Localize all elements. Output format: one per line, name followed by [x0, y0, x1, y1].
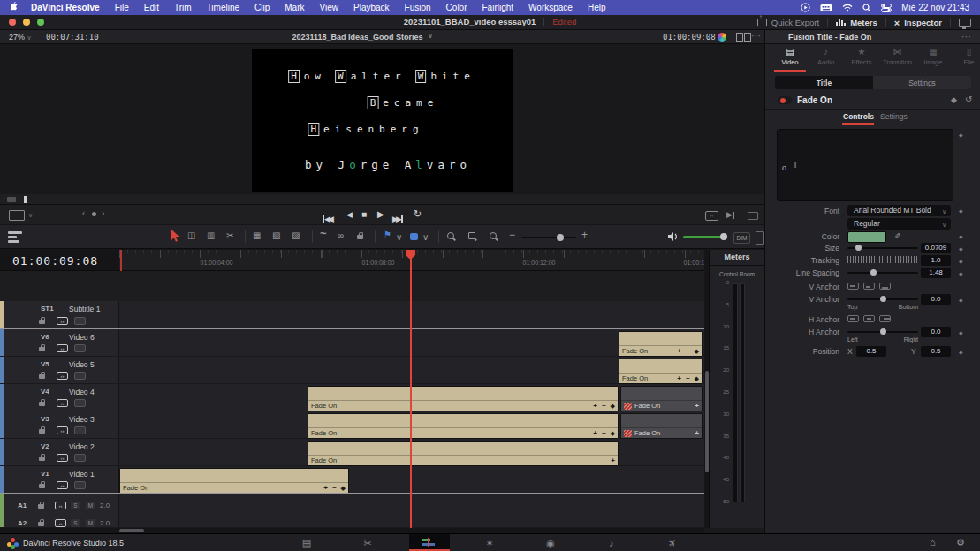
keyframe-icon[interactable]: ◆ [611, 429, 615, 438]
stop-button[interactable]: ■ [361, 209, 367, 219]
overwrite-clip-icon[interactable]: ▧ [272, 230, 280, 242]
curve-icon[interactable]: ~ [686, 347, 690, 356]
mute-button[interactable]: M [86, 519, 95, 527]
film-track-icon[interactable] [74, 454, 86, 462]
keyframe-icon[interactable]: ◆ [959, 270, 963, 276]
track-lock-icon[interactable] [38, 504, 44, 509]
inspector-button[interactable]: × Inspector [894, 18, 942, 28]
page-tab-color[interactable]: ◉ [543, 537, 558, 549]
position-lock-icon[interactable] [357, 235, 363, 239]
scrollbar-thumb[interactable] [119, 529, 144, 532]
flag-icon[interactable]: ⚑ [384, 229, 391, 241]
page-tab-deliver[interactable]: ✈ [665, 537, 680, 549]
insert-clip-icon[interactable]: ▦ [253, 230, 261, 242]
track-lane-v5[interactable] [119, 357, 704, 384]
volume-slider[interactable] [683, 236, 727, 238]
h-anchor-value[interactable]: 0.0 [921, 327, 951, 337]
track-lock-icon[interactable] [39, 484, 45, 488]
inspector-options-icon[interactable]: ⋯ [961, 31, 972, 42]
keyframe-icon[interactable]: ◆ [959, 329, 963, 336]
step-back-button[interactable]: ◀ [346, 210, 353, 219]
tracking-slider[interactable] [847, 256, 918, 263]
transform-icon[interactable]: + [611, 457, 615, 465]
menu-fairlight[interactable]: Fairlight [482, 3, 514, 12]
track-autoselect-icon[interactable]: ‹› [55, 519, 66, 527]
menu-mark[interactable]: Mark [285, 3, 304, 12]
menu-trim[interactable]: Trim [174, 3, 192, 12]
tab-effects[interactable]: ★Effects [844, 47, 879, 66]
h-anchor-slider[interactable] [847, 331, 918, 333]
next-marker-icon[interactable]: › [102, 208, 104, 218]
timeline-clip[interactable]: Fade On+~◆ [308, 386, 619, 411]
film-track-icon[interactable] [74, 372, 86, 380]
transform-icon[interactable]: + [593, 429, 597, 438]
eyedropper-icon[interactable]: ✎ [893, 232, 901, 239]
v-anchor-slider[interactable] [847, 298, 918, 300]
keyframe-mode-icon[interactable]: ◆ [951, 95, 957, 104]
film-track-icon[interactable] [74, 399, 86, 407]
track-lock-icon[interactable] [39, 457, 45, 461]
track-lane-a2[interactable] [119, 517, 704, 528]
timeline-viewer[interactable]: HowWalterWhiteBecameHeisenbergby Jorge A… [0, 44, 764, 194]
wifi-icon[interactable] [842, 4, 853, 12]
selection-tool-icon[interactable] [171, 230, 180, 245]
chevron-down-icon[interactable]: ∨ [28, 212, 33, 219]
spotlight-search-icon[interactable] [862, 4, 871, 12]
transform-icon[interactable]: + [695, 429, 699, 438]
timeline-clip[interactable]: Fade On+ [620, 386, 703, 411]
track-header-v1[interactable]: V1Video 1‹› [0, 466, 119, 494]
go-to-end-icon[interactable]: ▶ [726, 210, 734, 219]
subtab-settings[interactable]: Settings [880, 112, 908, 121]
detail-zoom-icon[interactable] [468, 232, 475, 239]
keyframe-icon[interactable]: ◆ [959, 297, 963, 303]
track-header-v6[interactable]: V6Video 6‹› [0, 329, 119, 357]
film-track-icon[interactable] [74, 344, 86, 352]
node-row-fade-on[interactable]: Fade On ◆ ↺ [765, 92, 980, 110]
menu-file[interactable]: File [115, 3, 129, 12]
keyframe-icon[interactable]: ◆ [959, 233, 963, 239]
transform-icon[interactable]: + [323, 484, 328, 493]
timeline-select[interactable]: 20231118_Bad Ideas_Good Stories∨ [265, 33, 460, 42]
play-button[interactable]: ▶ [377, 209, 384, 219]
timeline-clip[interactable]: Fade On+~◆ [619, 359, 703, 384]
menu-workspace[interactable]: Workspace [528, 3, 573, 12]
line-spacing-slider[interactable] [847, 272, 918, 274]
transform-icon[interactable]: + [695, 402, 699, 411]
slider-handle[interactable] [880, 296, 886, 302]
tab-audio[interactable]: ♪Audio [809, 47, 844, 66]
timeline-view-options-icon[interactable] [8, 231, 22, 243]
track-header-st1[interactable]: ST1Subtitle 1‹› [0, 301, 119, 329]
track-autoselect-icon[interactable]: ‹› [57, 426, 68, 434]
transform-icon[interactable]: + [677, 347, 681, 356]
tab-transition[interactable]: ⋈Transition [880, 47, 915, 66]
track-autoselect-icon[interactable]: ‹› [57, 454, 68, 462]
track-autoselect-icon[interactable]: ‹› [57, 372, 68, 380]
prev-marker-icon[interactable]: ‹ [82, 208, 85, 218]
mute-button[interactable]: M [86, 502, 95, 509]
v-anchor-top-button[interactable] [847, 283, 859, 290]
zoom-slider-handle[interactable] [557, 234, 564, 241]
project-settings-gear-icon[interactable]: ⚙ [956, 537, 965, 548]
h-anchor-center-button[interactable] [863, 315, 875, 322]
keyframe-icon[interactable]: ◆ [959, 132, 963, 138]
track-lock-icon[interactable] [39, 347, 45, 351]
track-autoselect-icon[interactable]: ‹› [57, 481, 68, 489]
curve-icon[interactable]: ~ [332, 484, 337, 493]
marker-chevron-icon[interactable]: ∨ [422, 231, 429, 244]
dynamic-trim-tool-icon[interactable]: ▥ [207, 230, 215, 242]
subtab-controls[interactable]: Controls [843, 112, 874, 121]
font-style-dropdown[interactable]: Regular∨ [847, 218, 951, 230]
page-tab-cut[interactable]: ✂ [360, 537, 376, 549]
track-lane-a1[interactable] [119, 494, 704, 517]
apple-menu-icon[interactable] [11, 2, 19, 14]
transform-icon[interactable]: + [593, 402, 597, 411]
track-lock-icon[interactable] [39, 374, 45, 379]
curve-icon[interactable]: ~ [602, 402, 606, 411]
track-autoselect-icon[interactable]: ‹› [55, 502, 66, 509]
meter-mini-icon[interactable] [756, 231, 764, 245]
transform-icon[interactable]: + [677, 374, 681, 383]
menu-davinci-resolve[interactable]: DaVinci Resolve [31, 3, 100, 12]
viewer-mode-icon[interactable] [9, 210, 25, 221]
timeline-clip[interactable]: Fade On+ [308, 441, 619, 466]
line-spacing-value[interactable]: 1.48 [921, 268, 951, 278]
